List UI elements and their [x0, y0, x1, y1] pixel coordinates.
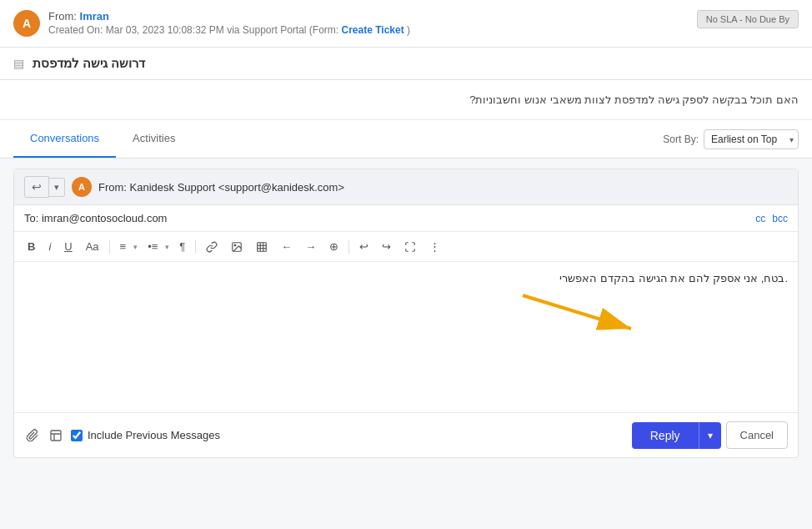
compose-footer: Include Previous Messages Reply ▾ Cancel	[14, 412, 798, 457]
paragraph-button[interactable]: ¶	[174, 237, 190, 256]
include-previous-text: Include Previous Messages	[88, 429, 220, 441]
attachment-button[interactable]	[24, 427, 41, 444]
ticket-created: Created On: Mar 03, 2023 10:08:32 PM via…	[48, 24, 410, 36]
reply-button-group: Reply ▾	[632, 422, 721, 449]
svg-point-1	[234, 244, 236, 246]
created-date: Mar 03, 2023 10:08:32 PM via Support Por…	[106, 24, 338, 36]
compose-to-row: To: imran@contosocloud.com cc bcc	[14, 205, 798, 232]
form-link[interactable]: Create Ticket	[342, 24, 404, 36]
toolbar-divider-2	[195, 240, 196, 254]
ordered-list-button[interactable]: ≡	[115, 237, 132, 256]
from-name[interactable]: Imran	[80, 10, 109, 23]
reply-send-button[interactable]: Reply	[632, 422, 699, 449]
compose-area: ↩ ▾ A From: Kanidesk Support <support@ka…	[13, 169, 799, 458]
to-label: To:	[24, 212, 38, 224]
compose-text: .בטח, אני אספק להם את הגישה בהקדם האפשרי	[24, 272, 788, 285]
toolbar-divider-1	[109, 240, 110, 254]
unordered-list-group: •≡ ▾	[143, 237, 171, 256]
tab-conversations[interactable]: Conversations	[13, 120, 116, 158]
table-button[interactable]	[251, 238, 273, 256]
include-previous-checkbox[interactable]	[71, 430, 83, 441]
reply-icon-button[interactable]: ↩	[24, 176, 49, 198]
ticket-from: From: Imran	[48, 10, 410, 23]
footer-right: Reply ▾ Cancel	[632, 421, 788, 449]
ordered-list-group: ≡ ▾	[115, 237, 140, 256]
sort-label: Sort By:	[663, 134, 699, 145]
redo-button[interactable]: ↪	[377, 237, 396, 256]
reply-dropdown-button2[interactable]: ▾	[699, 422, 721, 449]
compose-from: From: Kanidesk Support <support@kanidesk…	[98, 181, 344, 194]
fullscreen-button[interactable]	[399, 238, 421, 256]
arrow-annotation	[514, 287, 648, 337]
sort-select[interactable]: Earliest on Top Latest on Top	[704, 129, 799, 149]
arrow-right-button[interactable]: →	[300, 237, 321, 256]
ticket-meta: From: Imran Created On: Mar 03, 2023 10:…	[48, 10, 410, 36]
sla-badge: No SLA - No Due By	[697, 10, 799, 28]
more-options-button[interactable]: ⋮	[424, 237, 445, 256]
compose-avatar: A	[72, 177, 92, 197]
undo-button[interactable]: ↩	[354, 237, 373, 256]
italic-button[interactable]: i	[43, 237, 56, 256]
toolbar-divider-3	[348, 240, 349, 254]
footer-left: Include Previous Messages	[24, 427, 220, 444]
compose-toolbar: B i U Aa ≡ ▾ •≡ ▾ ¶ ← → ⊕ ↩ ↪ ⋮	[14, 232, 798, 262]
ticket-description: האם תוכל בבקשה לספק גישה למדפסת לצוות מש…	[0, 80, 812, 120]
unordered-list-button[interactable]: •≡	[143, 237, 163, 256]
tab-activities[interactable]: Activities	[116, 120, 192, 158]
svg-rect-2	[258, 242, 267, 251]
ticket-subject: דרושה גישה למדפסת	[33, 56, 145, 71]
cc-bcc: cc bcc	[755, 213, 788, 224]
compose-header: ↩ ▾ A From: Kanidesk Support <support@ka…	[14, 169, 798, 205]
sort-by: Sort By: Earliest on Top Latest on Top	[663, 129, 799, 149]
ordered-list-dropdown[interactable]: ▾	[132, 239, 139, 254]
bold-button[interactable]: B	[23, 237, 40, 256]
arrow-left-button[interactable]: ←	[276, 237, 297, 256]
from-label: From:	[48, 10, 77, 23]
template-button[interactable]	[48, 427, 64, 444]
created-label: Created On:	[48, 24, 103, 36]
avatar: A	[13, 10, 40, 37]
sort-select-wrapper[interactable]: Earliest on Top Latest on Top	[704, 129, 799, 149]
cc-button[interactable]: cc	[755, 213, 765, 224]
tabs-bar: Conversations Activities Sort By: Earlie…	[0, 120, 812, 159]
svg-line-8	[523, 295, 631, 329]
reply-btn-group: ↩ ▾	[24, 176, 65, 198]
ticket-header-left: A From: Imran Created On: Mar 03, 2023 1…	[13, 10, 410, 37]
ticket-subject-bar: ▤ דרושה גישה למדפסת	[0, 48, 812, 80]
cancel-button[interactable]: Cancel	[726, 421, 788, 449]
reply-dropdown-button[interactable]: ▾	[49, 178, 65, 197]
underline-button[interactable]: U	[59, 237, 77, 256]
image-button[interactable]	[226, 238, 248, 256]
bcc-button[interactable]: bcc	[772, 213, 788, 224]
form-end: )	[407, 24, 410, 36]
unordered-list-dropdown[interactable]: ▾	[163, 239, 171, 254]
to-email: imran@contosocloud.com	[42, 212, 167, 224]
compose-body[interactable]: .בטח, אני אספק להם את הגישה בהקדם האפשרי	[14, 262, 798, 412]
expand-button[interactable]: ⊕	[324, 237, 343, 256]
ticket-icon: ▤	[13, 57, 24, 70]
case-button[interactable]: Aa	[81, 237, 104, 256]
compose-to: To: imran@contosocloud.com	[24, 212, 167, 224]
include-previous-label[interactable]: Include Previous Messages	[71, 429, 220, 441]
ticket-header: A From: Imran Created On: Mar 03, 2023 1…	[0, 0, 812, 48]
svg-rect-9	[51, 431, 61, 441]
link-button[interactable]	[201, 238, 223, 256]
